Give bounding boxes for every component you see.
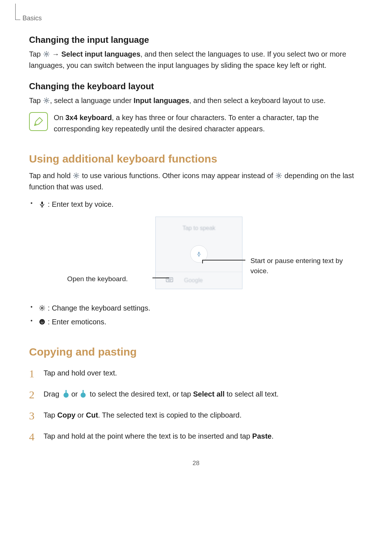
gear-icon: [73, 171, 80, 178]
note-3x4: On 3x4 keyboard, a key has three or four…: [29, 112, 363, 135]
voice-input-diagram: Tap to speak Google Open the keyboard. S…: [29, 217, 363, 300]
voice-panel: Tap to speak Google: [155, 217, 242, 289]
para-keyboard-layout: Tap , select a language under Input lang…: [29, 95, 363, 106]
google-label: Google: [184, 277, 203, 284]
gear-icon: [38, 303, 46, 311]
callout-open-keyboard: Open the keyboard.: [26, 274, 128, 284]
gear-icon: [43, 96, 50, 103]
heading-copy-paste: Copying and pasting: [29, 346, 363, 358]
step-2: Drag or to select the desired text, or t…: [29, 389, 363, 400]
step-4: Tap and hold at the point where the text…: [29, 431, 363, 442]
heading-keyboard-layout: Changing the keyboard layout: [29, 81, 363, 91]
section-tab: Basics: [18, 15, 363, 22]
para-input-language: Tap → Select input languages, and then s…: [29, 49, 363, 71]
page-number: 28: [0, 460, 392, 467]
bullet-mic: : Enter text by voice.: [29, 198, 363, 210]
smile-icon: [38, 317, 46, 324]
gear-icon: [43, 50, 50, 57]
step-1: Tap and hold over text.: [29, 368, 363, 379]
section-name: Basics: [18, 15, 42, 22]
tap-to-speak-label: Tap to speak: [156, 225, 242, 231]
para-additional-functions: Tap and hold to use various functions. O…: [29, 170, 363, 193]
keyboard-icon[interactable]: [164, 277, 175, 284]
selection-handle-right-icon: [81, 390, 87, 398]
bullet-smile: : Enter emoticons.: [29, 316, 363, 328]
microphone-icon: [38, 200, 46, 207]
callout-start-pause: Start or pause entering text by voice.: [250, 256, 345, 276]
note-icon: [29, 112, 48, 131]
heading-additional-functions: Using additional keyboard functions: [29, 153, 363, 165]
heading-input-language: Changing the input language: [29, 35, 363, 45]
gear-icon: [275, 171, 282, 178]
bullet-gear: : Change the keyboard settings.: [29, 302, 363, 314]
step-3: Tap Copy or Cut. The selected text is co…: [29, 410, 363, 421]
selection-handle-left-icon: [62, 390, 69, 398]
